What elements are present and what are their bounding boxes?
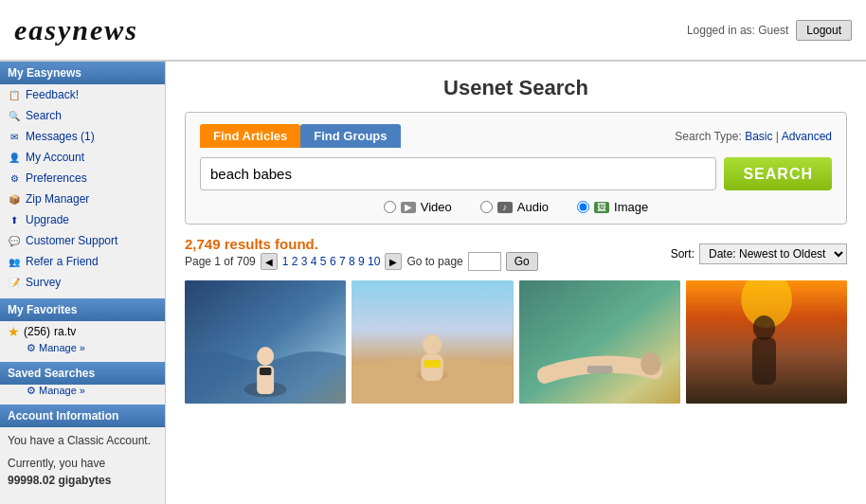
- page-next-button[interactable]: ▶: [385, 253, 402, 270]
- account-icon: 👤: [8, 151, 21, 164]
- account-text2: Currently, you have: [8, 457, 105, 470]
- search-type-label: Search Type:: [675, 130, 742, 143]
- sidebar-item-zip-manager[interactable]: 📦 Zip Manager: [0, 189, 165, 209]
- goto-input[interactable]: [468, 252, 501, 271]
- sidebar-item-upgrade[interactable]: ⬆ Upgrade: [0, 209, 165, 230]
- sidebar-item-preferences[interactable]: ⚙ Preferences: [0, 168, 165, 189]
- page-title: Usenet Search: [185, 76, 847, 100]
- refer-icon: 👥: [8, 255, 21, 268]
- header: EASYNEWS Logged in as: Guest Logout: [0, 0, 866, 62]
- sidebar-item-survey[interactable]: 📝 Survey: [0, 272, 165, 293]
- goto-label: Go to page: [406, 255, 462, 268]
- svg-rect-5: [352, 280, 513, 404]
- search-input-row: SeaRCH: [200, 157, 832, 190]
- content-area: Usenet Search Find Articles Find Groups …: [166, 62, 866, 504]
- sidebar-label-search: Search: [26, 109, 62, 122]
- sidebar-item-search[interactable]: 🔍 Search: [0, 105, 165, 126]
- upgrade-icon: ⬆: [8, 213, 21, 226]
- page-6[interactable]: 6: [330, 255, 336, 268]
- search-type-basic-link[interactable]: Basic: [745, 130, 772, 143]
- svg-rect-10: [519, 280, 680, 404]
- favorites-manage-link[interactable]: ⚙ Manage »: [0, 342, 165, 358]
- sidebar-item-feedback[interactable]: 📋 Feedback!: [0, 84, 165, 105]
- page-4[interactable]: 4: [311, 255, 317, 268]
- image-grid: [185, 280, 847, 404]
- sidebar-label-my-account: My Account: [26, 151, 84, 164]
- sidebar-item-messages[interactable]: ✉ Messages (1): [0, 126, 165, 147]
- zip-icon: 📦: [8, 192, 21, 206]
- sidebar-item-my-account[interactable]: 👤 My Account: [0, 147, 165, 168]
- logged-in-text: Logged in as: Guest: [687, 24, 788, 37]
- sort-label: Sort:: [671, 247, 695, 261]
- page-prev-button[interactable]: ◀: [261, 253, 278, 270]
- media-type-row: ▶ Video ♪ Audio 🖼 Image: [200, 200, 832, 214]
- account-info-header: Account Information: [0, 405, 165, 427]
- svg-point-6: [417, 369, 447, 381]
- sidebar-item-customer-support[interactable]: 💬 Customer Support: [0, 230, 165, 251]
- logo-text: EASYNEWS: [14, 14, 138, 45]
- sidebar-label-zip: Zip Manager: [26, 192, 89, 206]
- favorites-label: ra.tv: [54, 325, 76, 338]
- svg-rect-12: [586, 366, 612, 373]
- search-type-row: Search Type: Basic | Advanced: [675, 130, 832, 143]
- search-box: Find Articles Find Groups Search Type: B…: [185, 112, 847, 225]
- page-2[interactable]: 2: [292, 255, 298, 268]
- favorites-item[interactable]: ★ (256) ra.tv: [0, 321, 165, 342]
- page-label: Page 1 of 709: [185, 255, 256, 268]
- sidebar-item-refer-a-friend[interactable]: 👥 Refer a Friend: [0, 251, 165, 272]
- tab-find-groups[interactable]: Find Groups: [300, 124, 400, 148]
- header-right: Logged in as: Guest Logout: [687, 20, 852, 41]
- logout-button[interactable]: Logout: [796, 20, 852, 41]
- image-thumb-4[interactable]: [686, 280, 847, 404]
- page-1[interactable]: 1: [282, 255, 289, 268]
- search-type-advanced-link[interactable]: Advanced: [782, 130, 832, 143]
- pagination-row: Page 1 of 709 ◀ 1 2 3 4 5 6 7 8 9 10: [185, 252, 538, 271]
- media-audio-radio[interactable]: [480, 201, 493, 213]
- svg-point-11: [640, 352, 661, 375]
- svg-rect-15: [752, 337, 776, 385]
- media-video-radio[interactable]: [384, 201, 396, 213]
- sidebar-label-survey: Survey: [26, 276, 61, 289]
- my-easynews-header: My Easynews: [0, 62, 165, 84]
- tab-row: Find Articles Find Groups Search Type: B…: [200, 124, 832, 148]
- search-input[interactable]: [200, 157, 716, 190]
- sort-row: Sort: Date: Newest to Oldest Date: Oldes…: [671, 243, 847, 264]
- main-layout: My Easynews 📋 Feedback! 🔍 Search ✉ Messa…: [0, 62, 866, 504]
- star-icon: ★: [8, 324, 20, 339]
- page-3[interactable]: 3: [301, 255, 308, 268]
- page-8[interactable]: 8: [349, 255, 355, 268]
- sidebar-label-refer: Refer a Friend: [26, 255, 99, 268]
- feedback-icon: 📋: [8, 88, 21, 101]
- media-option-video[interactable]: ▶ Video: [384, 200, 452, 214]
- svg-rect-9: [424, 360, 441, 368]
- video-icon: ▶: [401, 202, 416, 213]
- support-icon: 💬: [8, 234, 21, 247]
- image-thumb-2[interactable]: [352, 280, 513, 404]
- tab-find-articles[interactable]: Find Articles: [200, 124, 300, 148]
- svg-rect-13: [686, 280, 847, 404]
- results-left: 2,749 results found. Page 1 of 709 ◀ 1 2…: [185, 236, 538, 271]
- svg-point-16: [753, 315, 775, 340]
- saved-searches-header: Saved Searches: [0, 362, 165, 385]
- media-option-image[interactable]: 🖼 Image: [577, 200, 648, 214]
- sidebar-label-preferences: Preferences: [26, 171, 87, 185]
- media-video-label: Video: [421, 200, 452, 214]
- page-7[interactable]: 7: [339, 255, 346, 268]
- svg-rect-7: [422, 354, 443, 381]
- page-5[interactable]: 5: [320, 255, 327, 268]
- image-icon: 🖼: [594, 202, 609, 213]
- sidebar-label-messages: Messages (1): [26, 130, 95, 143]
- preferences-icon: ⚙: [8, 171, 21, 185]
- search-button[interactable]: SeaRCH: [724, 157, 832, 190]
- page-10[interactable]: 10: [368, 255, 380, 268]
- image-thumb-3[interactable]: [519, 280, 680, 404]
- page-9[interactable]: 9: [358, 255, 365, 268]
- image-thumb-1[interactable]: [185, 280, 346, 404]
- go-button[interactable]: Go: [506, 252, 538, 271]
- favorites-count: (256): [24, 325, 50, 338]
- svg-rect-4: [260, 368, 272, 375]
- media-option-audio[interactable]: ♪ Audio: [480, 200, 549, 214]
- saved-searches-manage-link[interactable]: ⚙ Manage »: [0, 385, 165, 401]
- sort-select[interactable]: Date: Newest to Oldest Date: Oldest to N…: [699, 243, 847, 264]
- media-image-radio[interactable]: [577, 201, 589, 213]
